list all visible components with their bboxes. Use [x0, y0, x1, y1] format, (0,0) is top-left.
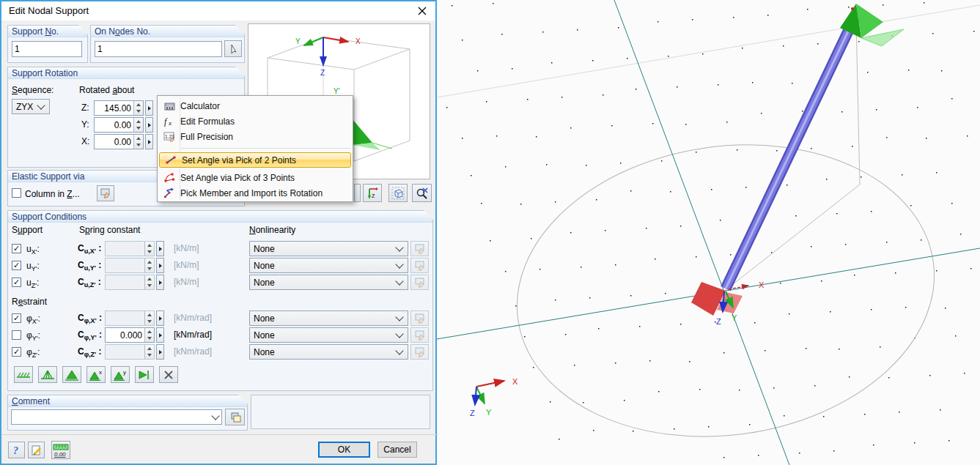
title-bar[interactable]: Edit Nodal Support: [1, 1, 435, 21]
preview-isometric-button[interactable]: [388, 184, 408, 202]
spring-ux-field: [105, 241, 155, 256]
menu-item-pick-3-points[interactable]: Set Angle via Pick of 3 Points: [158, 170, 352, 185]
on-nodes-input[interactable]: [95, 42, 221, 56]
edit-hand-icon: [414, 330, 426, 341]
nonlinearity-phix-dropdown[interactable]: None: [249, 310, 408, 326]
pick-nodes-button[interactable]: [224, 40, 242, 57]
ux-label: uX':: [26, 244, 40, 256]
chevron-down-icon: [211, 412, 219, 420]
rotation-x-spinner[interactable]: [133, 135, 143, 149]
ok-button[interactable]: OK: [318, 442, 370, 458]
group-support-no: Support No.: [7, 25, 88, 63]
nonlinearity-phiy-dropdown[interactable]: None: [249, 327, 408, 343]
uz-checkbox[interactable]: ✓: [12, 278, 21, 287]
ux-checkbox[interactable]: ✓: [12, 244, 21, 253]
spring-phiy-label: Cφ,Y' :: [78, 330, 102, 341]
rotation-z-options-button[interactable]: [145, 100, 153, 116]
preset-hinged-y-button[interactable]: y: [111, 366, 130, 383]
viewport-3d[interactable]: X Y Z X Y Z: [437, 0, 980, 465]
rotation-y-label: Y:: [81, 119, 89, 130]
sequence-dropdown[interactable]: ZYX: [12, 99, 50, 114]
spring-phiy-spinner[interactable]: [144, 328, 154, 342]
close-button[interactable]: [412, 3, 432, 19]
rotation-y-input[interactable]: [95, 118, 133, 132]
spring-phiy-options-button[interactable]: [156, 327, 164, 343]
edit-note-button[interactable]: [28, 442, 45, 458]
preview-axes: X Y Z: [295, 37, 361, 77]
spring-uz-label: Cu,Z' :: [78, 277, 101, 289]
spring-phiz-input: [106, 345, 144, 359]
spring-phix-spinner: [144, 311, 154, 325]
spring-phix-options-button: [156, 310, 164, 326]
comment-templates-button[interactable]: [225, 409, 245, 425]
nonlinearity-phiy-edit-button: [410, 327, 429, 343]
rotation-y-spinner[interactable]: [133, 118, 143, 132]
phix-checkbox[interactable]: ✓: [12, 313, 21, 323]
on-nodes-field-wrap: [95, 41, 222, 57]
spring-phix-unit: [kNm/rad]: [174, 313, 212, 323]
view-direction-z-icon: z: [366, 187, 379, 200]
group-conditions-header: Support Conditions: [8, 211, 432, 223]
phiy-checkbox[interactable]: [12, 330, 21, 340]
spring-ux-input: [106, 242, 144, 256]
menu-item-edit-formulas[interactable]: fx Edit Formulas: [158, 114, 352, 129]
phix-label: φX':: [26, 313, 40, 325]
preview-axis-x-label: X: [355, 37, 361, 45]
phiz-checkbox[interactable]: ✓: [12, 347, 21, 357]
preset-clear-button[interactable]: [159, 366, 178, 383]
rotation-z-spinner[interactable]: [133, 101, 143, 115]
spring-phiy-field: [105, 327, 155, 343]
preview-toolbar-partial-button[interactable]: [354, 184, 361, 202]
preset-roller-button[interactable]: [135, 366, 154, 383]
viewport-canvas[interactable]: X Y Z X Y Z: [437, 0, 980, 465]
preview-view-z-button[interactable]: z: [363, 184, 382, 202]
nonlinearity-uz-dropdown[interactable]: None: [249, 275, 408, 290]
pick-2-points-icon: [160, 155, 182, 165]
menu-item-calculator[interactable]: Calculator: [158, 98, 352, 114]
preset-free-button[interactable]: [14, 366, 33, 383]
help-button[interactable]: ?: [8, 442, 25, 458]
preview-zoom-reset-button[interactable]: [412, 184, 432, 202]
menu-item-pick-2-points[interactable]: Set Angle via Pick of 2 Points: [159, 152, 351, 168]
support-no-field-wrap: [12, 41, 82, 57]
help-icon: ?: [11, 444, 23, 456]
spring-uz-input: [106, 275, 144, 289]
menu-item-pick-member[interactable]: Pick Member and Import its Rotation: [158, 185, 352, 201]
spring-phix-label: Cφ,X' :: [78, 313, 102, 324]
nonlinearity-ux-dropdown[interactable]: None: [249, 241, 408, 256]
rotation-x-options-button[interactable]: [145, 134, 153, 149]
note-pencil-icon: [31, 444, 43, 456]
svg-text:x: x: [168, 119, 172, 127]
nonlinearity-phiz-dropdown[interactable]: None: [249, 344, 408, 360]
preset-fixed-button[interactable]: [38, 366, 57, 383]
menu-item-full-precision[interactable]: 1.23 Full Precision: [158, 129, 352, 144]
uy-checkbox[interactable]: ✓: [12, 261, 21, 270]
chevron-down-icon: [395, 313, 403, 321]
nonlinearity-phix-edit-button: [410, 310, 429, 326]
preset-hinged-x-button[interactable]: x: [86, 366, 106, 383]
svg-text:0.00: 0.00: [54, 451, 66, 458]
units-settings-button[interactable]: 0.00: [51, 441, 70, 459]
spring-phiz-label: Cφ,Z' :: [78, 346, 102, 358]
sequence-label: Sequence:: [12, 85, 54, 95]
spring-uy-options-button: [156, 258, 164, 273]
rotation-y-options-button[interactable]: [145, 117, 153, 133]
preset-hinged-button[interactable]: [62, 366, 81, 383]
comment-dropdown-button[interactable]: [210, 410, 221, 424]
spring-phiy-input[interactable]: [106, 328, 144, 342]
rotation-z-input[interactable]: [95, 101, 133, 115]
rotation-x-input[interactable]: [95, 135, 133, 149]
elastic-edit-button[interactable]: [97, 185, 114, 201]
spring-phiy-unit: [kNm/rad]: [174, 330, 212, 340]
edit-hand-icon: [100, 187, 111, 199]
nonlinearity-uz-edit-button: [410, 275, 429, 290]
member-beam[interactable]: [726, 18, 855, 289]
support-no-input[interactable]: [12, 42, 81, 56]
nonlinearity-ux-edit-button: [410, 241, 429, 256]
column-in-z-checkbox[interactable]: [12, 188, 21, 198]
cancel-button[interactable]: Cancel: [377, 442, 417, 458]
chevron-down-icon: [395, 243, 403, 251]
nonlinearity-uy-dropdown[interactable]: None: [249, 258, 408, 273]
support-hinged-y-icon: y: [113, 369, 128, 381]
comment-input[interactable]: [12, 410, 210, 424]
